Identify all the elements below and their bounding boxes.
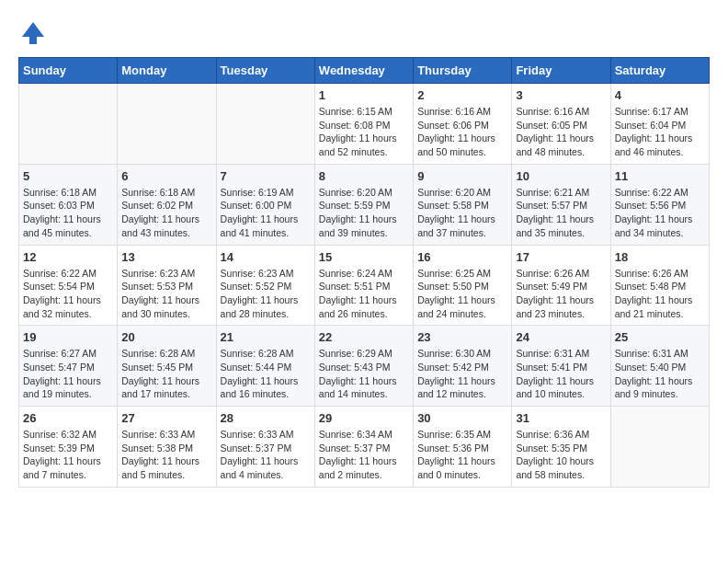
- calendar-cell: 2Sunrise: 6:16 AM Sunset: 6:06 PM Daylig…: [414, 84, 512, 165]
- calendar-cell: 1Sunrise: 6:15 AM Sunset: 6:08 PM Daylig…: [314, 84, 413, 165]
- cell-content: Sunrise: 6:34 AM Sunset: 5:37 PM Dayligh…: [319, 428, 409, 482]
- calendar-cell: 9Sunrise: 6:20 AM Sunset: 5:58 PM Daylig…: [414, 164, 512, 245]
- day-number: 1: [319, 88, 409, 102]
- day-number: 4: [615, 88, 705, 102]
- day-number: 15: [319, 250, 409, 264]
- cell-content: Sunrise: 6:20 AM Sunset: 5:58 PM Dayligh…: [417, 186, 507, 240]
- cell-content: Sunrise: 6:31 AM Sunset: 5:41 PM Dayligh…: [516, 347, 606, 401]
- cell-content: Sunrise: 6:23 AM Sunset: 5:53 PM Dayligh…: [121, 267, 211, 321]
- calendar-cell: 21Sunrise: 6:28 AM Sunset: 5:44 PM Dayli…: [216, 326, 314, 407]
- calendar-cell: 31Sunrise: 6:36 AM Sunset: 5:35 PM Dayli…: [512, 407, 610, 488]
- day-number: 5: [23, 169, 113, 183]
- weekday-wednesday: Wednesday: [314, 58, 413, 84]
- day-number: 12: [23, 250, 113, 264]
- cell-content: Sunrise: 6:26 AM Sunset: 5:48 PM Dayligh…: [615, 267, 705, 321]
- cell-content: Sunrise: 6:28 AM Sunset: 5:45 PM Dayligh…: [121, 347, 211, 401]
- day-number: 18: [615, 250, 705, 264]
- day-number: 24: [516, 330, 606, 344]
- svg-marker-1: [22, 22, 44, 44]
- cell-content: Sunrise: 6:31 AM Sunset: 5:40 PM Dayligh…: [615, 347, 705, 401]
- calendar-cell: 28Sunrise: 6:33 AM Sunset: 5:37 PM Dayli…: [216, 407, 314, 488]
- calendar-cell: 29Sunrise: 6:34 AM Sunset: 5:37 PM Dayli…: [314, 407, 413, 488]
- day-number: 22: [319, 330, 409, 344]
- calendar-cell: 17Sunrise: 6:26 AM Sunset: 5:49 PM Dayli…: [512, 245, 610, 326]
- calendar-cell: 3Sunrise: 6:16 AM Sunset: 6:05 PM Daylig…: [512, 84, 610, 165]
- calendar-cell: 18Sunrise: 6:26 AM Sunset: 5:48 PM Dayli…: [610, 245, 709, 326]
- day-number: 28: [221, 411, 311, 425]
- calendar-cell: 27Sunrise: 6:33 AM Sunset: 5:38 PM Dayli…: [118, 407, 216, 488]
- cell-content: Sunrise: 6:15 AM Sunset: 6:08 PM Dayligh…: [319, 105, 409, 159]
- calendar-cell: 20Sunrise: 6:28 AM Sunset: 5:45 PM Dayli…: [118, 326, 216, 407]
- day-number: 19: [23, 330, 113, 344]
- day-number: 27: [121, 411, 211, 425]
- cell-content: Sunrise: 6:20 AM Sunset: 5:59 PM Dayligh…: [319, 186, 409, 240]
- calendar-cell: [610, 407, 709, 488]
- calendar-cell: 13Sunrise: 6:23 AM Sunset: 5:53 PM Dayli…: [118, 245, 216, 326]
- calendar-week-row: 12Sunrise: 6:22 AM Sunset: 5:54 PM Dayli…: [19, 245, 710, 326]
- day-number: 17: [516, 250, 606, 264]
- page-header: [18, 18, 710, 48]
- day-number: 20: [121, 330, 211, 344]
- cell-content: Sunrise: 6:33 AM Sunset: 5:38 PM Dayligh…: [121, 428, 211, 482]
- calendar-week-row: 26Sunrise: 6:32 AM Sunset: 5:39 PM Dayli…: [19, 407, 710, 488]
- day-number: 25: [615, 330, 705, 344]
- cell-content: Sunrise: 6:32 AM Sunset: 5:39 PM Dayligh…: [23, 428, 113, 482]
- day-number: 31: [516, 411, 606, 425]
- calendar-cell: 12Sunrise: 6:22 AM Sunset: 5:54 PM Dayli…: [19, 245, 118, 326]
- cell-content: Sunrise: 6:23 AM Sunset: 5:52 PM Dayligh…: [221, 267, 311, 321]
- logo: [18, 18, 51, 48]
- day-number: 29: [319, 411, 409, 425]
- calendar-table: SundayMondayTuesdayWednesdayThursdayFrid…: [18, 57, 710, 488]
- day-number: 9: [417, 169, 507, 183]
- calendar-cell: 14Sunrise: 6:23 AM Sunset: 5:52 PM Dayli…: [216, 245, 314, 326]
- cell-content: Sunrise: 6:24 AM Sunset: 5:51 PM Dayligh…: [319, 267, 409, 321]
- logo-icon: [18, 18, 48, 48]
- day-number: 8: [319, 169, 409, 183]
- cell-content: Sunrise: 6:36 AM Sunset: 5:35 PM Dayligh…: [516, 428, 606, 482]
- calendar-cell: [216, 84, 314, 165]
- day-number: 30: [417, 411, 507, 425]
- calendar-cell: [19, 84, 118, 165]
- cell-content: Sunrise: 6:17 AM Sunset: 6:04 PM Dayligh…: [615, 105, 705, 159]
- day-number: 14: [221, 250, 311, 264]
- calendar-cell: 5Sunrise: 6:18 AM Sunset: 6:03 PM Daylig…: [19, 164, 118, 245]
- cell-content: Sunrise: 6:16 AM Sunset: 6:05 PM Dayligh…: [516, 105, 606, 159]
- day-number: 10: [516, 169, 606, 183]
- calendar-cell: 26Sunrise: 6:32 AM Sunset: 5:39 PM Dayli…: [19, 407, 118, 488]
- day-number: 2: [417, 88, 507, 102]
- calendar-cell: 25Sunrise: 6:31 AM Sunset: 5:40 PM Dayli…: [610, 326, 709, 407]
- calendar-cell: 6Sunrise: 6:18 AM Sunset: 6:02 PM Daylig…: [118, 164, 216, 245]
- day-number: 7: [221, 169, 311, 183]
- day-number: 16: [417, 250, 507, 264]
- calendar-cell: 7Sunrise: 6:19 AM Sunset: 6:00 PM Daylig…: [216, 164, 314, 245]
- weekday-tuesday: Tuesday: [216, 58, 314, 84]
- cell-content: Sunrise: 6:29 AM Sunset: 5:43 PM Dayligh…: [319, 347, 409, 401]
- cell-content: Sunrise: 6:19 AM Sunset: 6:00 PM Dayligh…: [221, 186, 311, 240]
- day-number: 3: [516, 88, 606, 102]
- calendar-cell: 24Sunrise: 6:31 AM Sunset: 5:41 PM Dayli…: [512, 326, 610, 407]
- cell-content: Sunrise: 6:35 AM Sunset: 5:36 PM Dayligh…: [417, 428, 507, 482]
- calendar-week-row: 19Sunrise: 6:27 AM Sunset: 5:47 PM Dayli…: [19, 326, 710, 407]
- calendar-week-row: 5Sunrise: 6:18 AM Sunset: 6:03 PM Daylig…: [19, 164, 710, 245]
- calendar-week-row: 1Sunrise: 6:15 AM Sunset: 6:08 PM Daylig…: [19, 84, 710, 165]
- calendar-cell: 15Sunrise: 6:24 AM Sunset: 5:51 PM Dayli…: [314, 245, 413, 326]
- weekday-thursday: Thursday: [414, 58, 512, 84]
- calendar-cell: 19Sunrise: 6:27 AM Sunset: 5:47 PM Dayli…: [19, 326, 118, 407]
- calendar-cell: 22Sunrise: 6:29 AM Sunset: 5:43 PM Dayli…: [314, 326, 413, 407]
- weekday-header-row: SundayMondayTuesdayWednesdayThursdayFrid…: [19, 58, 710, 84]
- cell-content: Sunrise: 6:33 AM Sunset: 5:37 PM Dayligh…: [221, 428, 311, 482]
- weekday-saturday: Saturday: [610, 58, 709, 84]
- cell-content: Sunrise: 6:21 AM Sunset: 5:57 PM Dayligh…: [516, 186, 606, 240]
- day-number: 6: [121, 169, 211, 183]
- day-number: 26: [23, 411, 113, 425]
- calendar-cell: 16Sunrise: 6:25 AM Sunset: 5:50 PM Dayli…: [414, 245, 512, 326]
- calendar-cell: 10Sunrise: 6:21 AM Sunset: 5:57 PM Dayli…: [512, 164, 610, 245]
- cell-content: Sunrise: 6:30 AM Sunset: 5:42 PM Dayligh…: [417, 347, 507, 401]
- cell-content: Sunrise: 6:27 AM Sunset: 5:47 PM Dayligh…: [23, 347, 113, 401]
- day-number: 23: [417, 330, 507, 344]
- weekday-sunday: Sunday: [19, 58, 118, 84]
- cell-content: Sunrise: 6:16 AM Sunset: 6:06 PM Dayligh…: [417, 105, 507, 159]
- weekday-monday: Monday: [118, 58, 216, 84]
- cell-content: Sunrise: 6:18 AM Sunset: 6:02 PM Dayligh…: [121, 186, 211, 240]
- cell-content: Sunrise: 6:26 AM Sunset: 5:49 PM Dayligh…: [516, 267, 606, 321]
